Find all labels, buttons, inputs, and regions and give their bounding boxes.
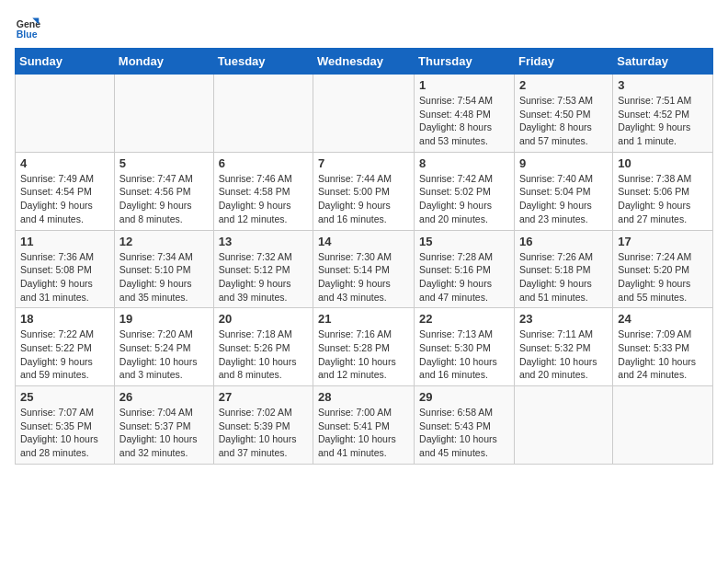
day-number: 3 bbox=[618, 78, 708, 92]
svg-text:Blue: Blue bbox=[17, 29, 38, 40]
day-number: 25 bbox=[20, 390, 109, 404]
calendar-cell: 19Sunrise: 7:20 AM Sunset: 5:24 PM Dayli… bbox=[114, 308, 213, 386]
column-header-friday: Friday bbox=[514, 49, 612, 75]
cell-content: Sunrise: 7:49 AM Sunset: 4:54 PM Dayligh… bbox=[20, 172, 109, 226]
calendar-cell: 12Sunrise: 7:34 AM Sunset: 5:10 PM Dayli… bbox=[114, 230, 213, 308]
cell-content: Sunrise: 7:13 AM Sunset: 5:30 PM Dayligh… bbox=[419, 327, 509, 382]
calendar-cell: 6Sunrise: 7:46 AM Sunset: 4:58 PM Daylig… bbox=[213, 152, 313, 230]
cell-content: Sunrise: 7:51 AM Sunset: 4:52 PM Dayligh… bbox=[618, 94, 708, 148]
calendar-cell: 20Sunrise: 7:18 AM Sunset: 5:26 PM Dayli… bbox=[213, 308, 313, 386]
calendar-cell bbox=[16, 75, 115, 153]
calendar-cell: 8Sunrise: 7:42 AM Sunset: 5:02 PM Daylig… bbox=[415, 152, 515, 230]
logo-icon: General Blue bbox=[15, 15, 40, 40]
cell-content: Sunrise: 7:36 AM Sunset: 5:08 PM Dayligh… bbox=[20, 250, 109, 304]
cell-content: Sunrise: 7:42 AM Sunset: 5:02 PM Dayligh… bbox=[419, 172, 509, 226]
cell-content: Sunrise: 7:44 AM Sunset: 5:00 PM Dayligh… bbox=[318, 172, 409, 226]
cell-content: Sunrise: 7:16 AM Sunset: 5:28 PM Dayligh… bbox=[318, 327, 409, 382]
calendar-cell: 2Sunrise: 7:53 AM Sunset: 4:50 PM Daylig… bbox=[514, 75, 612, 153]
calendar-week-row: 11Sunrise: 7:36 AM Sunset: 5:08 PM Dayli… bbox=[16, 230, 713, 308]
calendar-cell: 16Sunrise: 7:26 AM Sunset: 5:18 PM Dayli… bbox=[514, 230, 612, 308]
column-header-saturday: Saturday bbox=[613, 49, 713, 75]
column-header-thursday: Thursday bbox=[415, 49, 515, 75]
calendar-cell: 24Sunrise: 7:09 AM Sunset: 5:33 PM Dayli… bbox=[613, 308, 713, 386]
calendar-cell: 9Sunrise: 7:40 AM Sunset: 5:04 PM Daylig… bbox=[514, 152, 612, 230]
day-number: 14 bbox=[318, 235, 409, 248]
cell-content: Sunrise: 7:32 AM Sunset: 5:12 PM Dayligh… bbox=[219, 250, 308, 304]
column-header-wednesday: Wednesday bbox=[313, 49, 415, 75]
calendar-cell: 22Sunrise: 7:13 AM Sunset: 5:30 PM Dayli… bbox=[415, 308, 515, 386]
calendar-cell: 5Sunrise: 7:47 AM Sunset: 4:56 PM Daylig… bbox=[114, 152, 213, 230]
calendar-cell: 14Sunrise: 7:30 AM Sunset: 5:14 PM Dayli… bbox=[313, 230, 415, 308]
cell-content: Sunrise: 6:58 AM Sunset: 5:43 PM Dayligh… bbox=[419, 406, 509, 460]
column-header-tuesday: Tuesday bbox=[213, 49, 313, 75]
day-number: 21 bbox=[318, 312, 409, 326]
day-number: 7 bbox=[318, 156, 409, 170]
day-number: 10 bbox=[618, 156, 708, 170]
cell-content: Sunrise: 7:28 AM Sunset: 5:16 PM Dayligh… bbox=[419, 250, 509, 304]
page-header: General Blue bbox=[15, 15, 713, 40]
day-number: 18 bbox=[20, 312, 109, 326]
column-header-monday: Monday bbox=[114, 49, 213, 75]
day-number: 26 bbox=[119, 390, 209, 404]
day-number: 5 bbox=[119, 156, 209, 170]
calendar-cell: 17Sunrise: 7:24 AM Sunset: 5:20 PM Dayli… bbox=[613, 230, 713, 308]
day-number: 6 bbox=[219, 156, 308, 170]
day-number: 1 bbox=[419, 78, 509, 92]
day-number: 29 bbox=[419, 390, 509, 404]
cell-content: Sunrise: 7:30 AM Sunset: 5:14 PM Dayligh… bbox=[318, 250, 409, 304]
cell-content: Sunrise: 7:38 AM Sunset: 5:06 PM Dayligh… bbox=[618, 172, 708, 226]
day-number: 23 bbox=[519, 312, 608, 326]
calendar-cell: 28Sunrise: 7:00 AM Sunset: 5:41 PM Dayli… bbox=[313, 386, 415, 465]
cell-content: Sunrise: 7:22 AM Sunset: 5:22 PM Dayligh… bbox=[20, 327, 109, 382]
calendar-cell: 25Sunrise: 7:07 AM Sunset: 5:35 PM Dayli… bbox=[16, 386, 115, 465]
calendar-cell: 18Sunrise: 7:22 AM Sunset: 5:22 PM Dayli… bbox=[16, 308, 115, 386]
day-number: 20 bbox=[219, 312, 308, 326]
day-number: 19 bbox=[119, 312, 209, 326]
day-number: 15 bbox=[419, 235, 509, 248]
cell-content: Sunrise: 7:20 AM Sunset: 5:24 PM Dayligh… bbox=[119, 327, 209, 382]
calendar-cell: 26Sunrise: 7:04 AM Sunset: 5:37 PM Dayli… bbox=[114, 386, 213, 465]
calendar-cell: 21Sunrise: 7:16 AM Sunset: 5:28 PM Dayli… bbox=[313, 308, 415, 386]
logo: General Blue bbox=[15, 15, 44, 40]
day-number: 27 bbox=[219, 390, 308, 404]
cell-content: Sunrise: 7:26 AM Sunset: 5:18 PM Dayligh… bbox=[519, 250, 608, 304]
day-number: 8 bbox=[419, 156, 509, 170]
calendar-cell bbox=[213, 75, 313, 153]
day-number: 24 bbox=[618, 312, 708, 326]
calendar-cell bbox=[114, 75, 213, 153]
calendar-cell: 4Sunrise: 7:49 AM Sunset: 4:54 PM Daylig… bbox=[16, 152, 115, 230]
cell-content: Sunrise: 7:18 AM Sunset: 5:26 PM Dayligh… bbox=[219, 327, 308, 382]
day-number: 16 bbox=[519, 235, 608, 248]
calendar-cell: 11Sunrise: 7:36 AM Sunset: 5:08 PM Dayli… bbox=[16, 230, 115, 308]
cell-content: Sunrise: 7:07 AM Sunset: 5:35 PM Dayligh… bbox=[20, 406, 109, 460]
calendar-cell bbox=[313, 75, 415, 153]
day-number: 11 bbox=[20, 235, 109, 248]
calendar-header-row: SundayMondayTuesdayWednesdayThursdayFrid… bbox=[16, 49, 713, 75]
column-header-sunday: Sunday bbox=[16, 49, 115, 75]
day-number: 4 bbox=[20, 156, 109, 170]
cell-content: Sunrise: 7:24 AM Sunset: 5:20 PM Dayligh… bbox=[618, 250, 708, 304]
cell-content: Sunrise: 7:00 AM Sunset: 5:41 PM Dayligh… bbox=[318, 406, 409, 460]
calendar-week-row: 4Sunrise: 7:49 AM Sunset: 4:54 PM Daylig… bbox=[16, 152, 713, 230]
calendar-week-row: 25Sunrise: 7:07 AM Sunset: 5:35 PM Dayli… bbox=[16, 386, 713, 465]
calendar-cell: 3Sunrise: 7:51 AM Sunset: 4:52 PM Daylig… bbox=[613, 75, 713, 153]
calendar-cell bbox=[514, 386, 612, 465]
cell-content: Sunrise: 7:04 AM Sunset: 5:37 PM Dayligh… bbox=[119, 406, 209, 460]
calendar-table: SundayMondayTuesdayWednesdayThursdayFrid… bbox=[15, 48, 713, 465]
calendar-cell: 15Sunrise: 7:28 AM Sunset: 5:16 PM Dayli… bbox=[415, 230, 515, 308]
cell-content: Sunrise: 7:40 AM Sunset: 5:04 PM Dayligh… bbox=[519, 172, 608, 226]
cell-content: Sunrise: 7:34 AM Sunset: 5:10 PM Dayligh… bbox=[119, 250, 209, 304]
day-number: 9 bbox=[519, 156, 608, 170]
day-number: 22 bbox=[419, 312, 509, 326]
calendar-cell: 23Sunrise: 7:11 AM Sunset: 5:32 PM Dayli… bbox=[514, 308, 612, 386]
calendar-cell: 1Sunrise: 7:54 AM Sunset: 4:48 PM Daylig… bbox=[415, 75, 515, 153]
day-number: 12 bbox=[119, 235, 209, 248]
cell-content: Sunrise: 7:09 AM Sunset: 5:33 PM Dayligh… bbox=[618, 327, 708, 382]
calendar-cell: 10Sunrise: 7:38 AM Sunset: 5:06 PM Dayli… bbox=[613, 152, 713, 230]
calendar-cell: 13Sunrise: 7:32 AM Sunset: 5:12 PM Dayli… bbox=[213, 230, 313, 308]
cell-content: Sunrise: 7:46 AM Sunset: 4:58 PM Dayligh… bbox=[219, 172, 308, 226]
cell-content: Sunrise: 7:47 AM Sunset: 4:56 PM Dayligh… bbox=[119, 172, 209, 226]
day-number: 13 bbox=[219, 235, 308, 248]
calendar-cell: 7Sunrise: 7:44 AM Sunset: 5:00 PM Daylig… bbox=[313, 152, 415, 230]
calendar-cell: 29Sunrise: 6:58 AM Sunset: 5:43 PM Dayli… bbox=[415, 386, 515, 465]
